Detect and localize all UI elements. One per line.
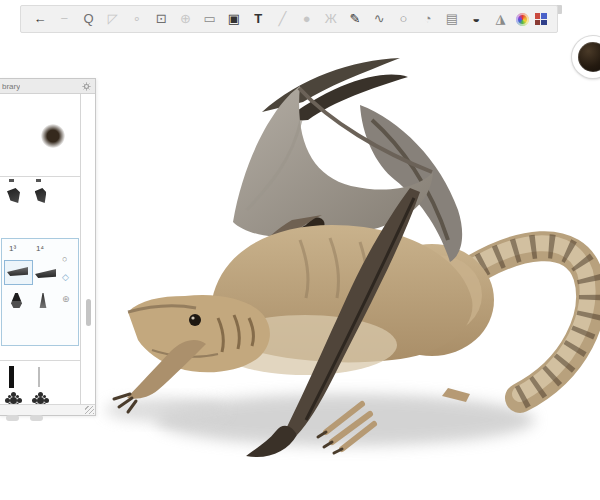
diamond-tip-icon[interactable]: ◇	[62, 273, 69, 282]
add-icon[interactable]: ⊕	[176, 6, 194, 32]
brush-icon[interactable]: ✎	[346, 6, 364, 32]
brush-thumb-partial[interactable]	[36, 179, 41, 182]
panel-footer	[0, 404, 95, 415]
resize-grip[interactable]	[85, 406, 94, 414]
round-tip-icon[interactable]: ○	[62, 255, 67, 264]
undo-icon[interactable]: ←	[31, 6, 49, 32]
brush-preset[interactable]	[39, 293, 47, 308]
panel-title: brary	[2, 82, 20, 91]
toolbar: ← − Q ◸ ∘ ⊡ ⊕ ▭ ▣ T ╱ ● Ж ✎ ∿ ○ ◔ ▤ ◒ ◮	[20, 5, 558, 33]
select-icon[interactable]: ◸	[104, 6, 122, 32]
shape-icon[interactable]: ◔	[419, 6, 437, 32]
brush-preset[interactable]	[6, 415, 19, 421]
brush-preset[interactable]	[11, 293, 22, 308]
export-icon[interactable]: ▤	[443, 6, 461, 32]
brush-thumb-partial[interactable]	[9, 179, 14, 182]
panel-scrollbar[interactable]	[86, 299, 91, 326]
fill-icon[interactable]: ●	[298, 6, 316, 32]
gradient-icon[interactable]: ◮	[491, 6, 509, 32]
pencil-icon[interactable]: ╱	[273, 6, 291, 32]
brush-preset[interactable]	[10, 397, 17, 404]
scatter-tip-icon[interactable]: ⊛	[62, 295, 70, 304]
brush-preset[interactable]	[38, 367, 40, 387]
cut-icon[interactable]: Ж	[322, 6, 340, 32]
zoom-icon[interactable]: Q	[79, 6, 97, 32]
layers-icon[interactable]: ◒	[467, 6, 485, 32]
redo-icon[interactable]: −	[55, 6, 73, 32]
text-tool-icon[interactable]: T	[249, 6, 267, 32]
rect-select-icon[interactable]: ▭	[201, 6, 219, 32]
panel-body: 1³ 1⁴ ○ ◇ ⊛	[0, 94, 95, 404]
pixel-palette-icon[interactable]	[535, 13, 547, 25]
active-brush-group: 1³ 1⁴ ○ ◇ ⊛	[1, 238, 79, 346]
panel-titlebar[interactable]: brary	[0, 79, 95, 94]
gear-icon[interactable]	[82, 82, 91, 91]
ellipse-icon[interactable]: ○	[395, 6, 413, 32]
current-color-fill	[578, 42, 600, 72]
brush-size-label: 1⁴	[36, 244, 44, 253]
brush-preset[interactable]	[37, 397, 44, 404]
brush-preset[interactable]	[35, 269, 56, 278]
brush-stamp-preview	[41, 124, 65, 148]
brush-library-panel: brary 1³ 1⁴ ○ ◇ ⊛	[0, 78, 96, 416]
crop-icon[interactable]: ⊡	[152, 6, 170, 32]
color-wheel-icon[interactable]	[516, 13, 529, 26]
point-icon[interactable]: ∘	[128, 6, 146, 32]
divider	[0, 360, 80, 361]
brush-preset[interactable]	[9, 366, 14, 388]
eraser-icon[interactable]: ▣	[225, 6, 243, 32]
brush-preset[interactable]	[30, 415, 43, 421]
curve-icon[interactable]: ∿	[370, 6, 388, 32]
brush-size-label: 1³	[9, 244, 16, 253]
divider	[0, 176, 80, 177]
